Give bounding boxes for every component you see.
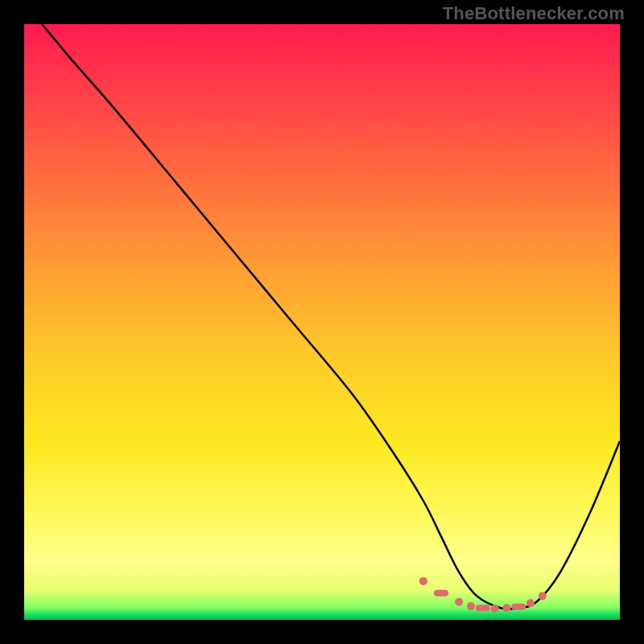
bottleneck-curve [42,24,620,609]
chart-container: TheBottlenecker.com [0,0,644,644]
curve-svg [24,24,620,620]
marker [526,599,535,607]
marker [419,577,427,585]
marker [539,592,547,600]
marker [511,604,526,610]
marker [491,605,499,613]
plot-area [24,24,620,620]
marker [476,605,490,611]
marker [502,604,510,612]
marker [455,598,463,606]
marker [434,590,448,597]
attribution-label: TheBottlenecker.com [443,3,625,24]
marker [467,602,475,610]
